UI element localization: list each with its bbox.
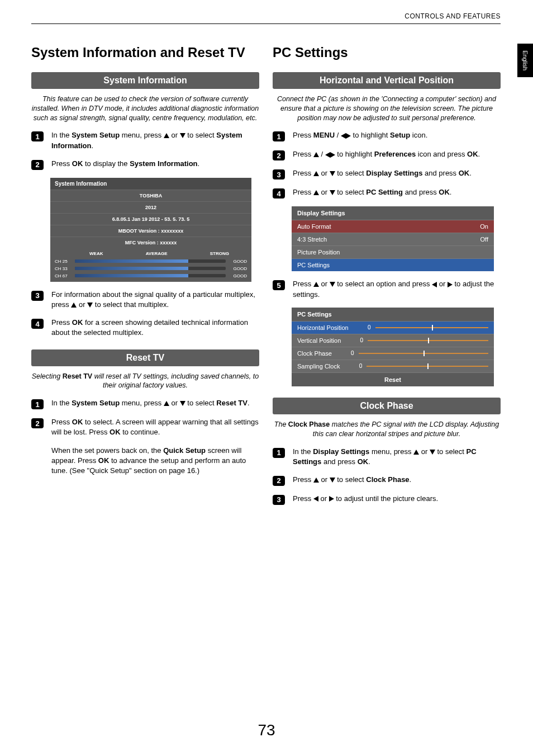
up-arrow-icon [313, 152, 319, 157]
step-text: Press MENU / to highlight Setup icon. [293, 130, 501, 140]
panel-title: Display Settings [292, 206, 494, 220]
down-arrow-icon [180, 401, 185, 406]
panel-row: 4:3 StretchOff [292, 233, 494, 245]
right-arrow-icon [330, 152, 335, 158]
up-arrow-icon [313, 478, 319, 483]
step-text: In the Display Settings menu, press or t… [293, 447, 501, 467]
step-text: Press / to highlight Preferences icon an… [293, 149, 501, 159]
step-text: Press OK to select. A screen will appear… [51, 417, 259, 476]
two-column-layout: System Information and Reset TV System I… [31, 45, 501, 513]
step-number-icon: 2 [31, 418, 44, 428]
step-number-icon: 1 [273, 131, 285, 141]
signal-bar-icon [75, 274, 226, 277]
panel-row: Auto FormatOn [292, 220, 494, 233]
clock-phase-intro: The Clock Phase matches the PC signal wi… [273, 420, 501, 439]
down-arrow-icon [330, 171, 335, 176]
down-arrow-icon [330, 190, 335, 195]
panel-mboot: MBOOT Version : xxxxxxxx [50, 225, 251, 237]
hv-position-heading: Horizontal and Vertical Position [273, 72, 501, 89]
hvpos-step-4: 4 Press or to select PC Setting and pres… [273, 187, 501, 199]
up-arrow-icon [413, 450, 419, 455]
panel-reset: Reset [292, 372, 494, 386]
right-column: PC Settings Horizontal and Vertical Posi… [273, 45, 501, 513]
signal-row: CH 25 GOOD [50, 258, 251, 265]
signal-row: CH 33 GOOD [50, 265, 251, 272]
panel-row-selected: Horizontal Position 0 [292, 321, 494, 334]
step-number-icon: 4 [273, 188, 285, 199]
panel-row: Picture Position [292, 245, 494, 258]
right-arrow-icon [346, 133, 351, 139]
step-number-icon: 2 [273, 476, 285, 486]
sys-info-heading: System Information [31, 72, 259, 89]
sysinfo-step-2: 2 Press OK to display the System Informa… [31, 159, 259, 170]
step-number-icon: 3 [273, 495, 285, 505]
left-arrow-icon [325, 152, 330, 158]
step-text: Press or to select Display Settings and … [293, 168, 501, 178]
system-information-panel: System Information TOSHIBA 2012 6.8.05.1… [50, 178, 251, 282]
reset-step-1: 1 In the System Setup menu, press or to … [31, 398, 259, 409]
hvpos-step-1: 1 Press MENU / to highlight Setup icon. [273, 130, 501, 141]
step-number-icon: 5 [273, 280, 285, 290]
right-arrow-icon [448, 282, 453, 287]
right-arrow-icon [329, 496, 334, 502]
reset-tv-heading: Reset TV [31, 349, 259, 366]
step-text: Press or to select an option and press o… [293, 279, 501, 299]
left-column: System Information and Reset TV System I… [31, 45, 259, 513]
step-text: Press or to select Clock Phase. [293, 475, 501, 485]
up-arrow-icon [164, 133, 169, 138]
step-number-icon: 1 [273, 448, 285, 458]
sysinfo-step-4: 4 Press OK for a screen showing detailed… [31, 318, 259, 338]
up-arrow-icon [164, 401, 169, 406]
step-number-icon: 1 [31, 399, 44, 409]
slider-track-icon [367, 366, 488, 367]
step-number-icon: 4 [31, 319, 44, 329]
step-number-icon: 2 [31, 160, 44, 170]
left-arrow-icon [341, 133, 346, 139]
page-number: 73 [0, 721, 533, 739]
clockphase-step-1: 1 In the Display Settings menu, press or… [273, 447, 501, 467]
up-arrow-icon [313, 190, 319, 195]
panel-year: 2012 [50, 201, 251, 213]
down-arrow-icon [180, 133, 185, 138]
slider-control: 0 [367, 324, 488, 330]
panel-brand: TOSHIBA [50, 190, 251, 201]
down-arrow-icon [330, 478, 335, 483]
up-arrow-icon [313, 282, 319, 287]
step-text: In the System Setup menu, press or to se… [51, 398, 259, 408]
slider-control: 0 [350, 350, 488, 356]
panel-mfc: MFC Version : xxxxxx [50, 237, 251, 248]
panel-row: Vertical Position 0 [292, 334, 494, 347]
panel-version: 6.8.05.1 Jan 19 2012 - 53. 5. 73. 5 [50, 213, 251, 225]
step-text: Press or to select PC Setting and press … [293, 187, 501, 197]
hv-position-intro: Connect the PC (as shown in the 'Connect… [273, 94, 501, 123]
panel-row-selected: PC Settings [292, 258, 494, 271]
signal-row: CH 67 GOOD [50, 272, 251, 282]
pc-settings-panel: PC Settings Horizontal Position 0 Vertic… [292, 308, 494, 386]
step-text: Press or to adjust until the picture cle… [293, 494, 501, 504]
signal-bar-icon [75, 267, 226, 270]
sysinfo-step-1: 1 In the System Setup menu, press or to … [31, 130, 259, 150]
clockphase-step-3: 3 Press or to adjust until the picture c… [273, 494, 501, 505]
signal-header: WEAK AVERAGE STRONG [50, 248, 251, 258]
hvpos-step-2: 2 Press / to highlight Preferences icon … [273, 149, 501, 160]
panel-title: PC Settings [292, 308, 494, 321]
up-arrow-icon [71, 303, 77, 308]
step-number-icon: 2 [273, 150, 285, 160]
right-h1: PC Settings [273, 45, 501, 61]
sysinfo-step-3: 3 For information about the signal quali… [31, 290, 259, 310]
left-arrow-icon [313, 496, 318, 502]
step-number-icon: 1 [31, 131, 44, 141]
slider-track-icon [375, 327, 488, 328]
hvpos-step-5: 5 Press or to select an option and press… [273, 279, 501, 299]
hvpos-step-3: 3 Press or to select Display Settings an… [273, 168, 501, 179]
step-text: Press OK for a screen showing detailed t… [51, 318, 259, 338]
left-h1: System Information and Reset TV [31, 45, 259, 61]
panel-title: System Information [50, 178, 251, 190]
signal-bar-icon [75, 259, 226, 263]
header-rule [31, 23, 501, 24]
slider-track-icon [368, 340, 488, 341]
slider-control: 0 [358, 363, 488, 369]
sys-info-intro: This feature can be used to check the ve… [31, 94, 259, 123]
down-arrow-icon [87, 303, 93, 308]
down-arrow-icon [330, 282, 335, 287]
